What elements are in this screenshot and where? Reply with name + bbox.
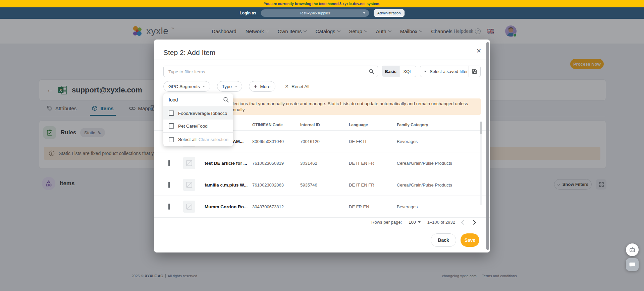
dropdown-search-field[interactable]: food: [163, 93, 233, 107]
robot-icon: [629, 246, 636, 253]
no-image-icon: [183, 201, 195, 213]
administration-button[interactable]: Administration: [374, 9, 405, 17]
saved-filter-select[interactable]: Select a saved filter: [420, 66, 481, 77]
item-filter-field: [163, 66, 378, 77]
option-checkbox[interactable]: [169, 111, 174, 116]
rows-per-page-select[interactable]: 100: [409, 220, 421, 225]
chevron-down-icon: [424, 71, 427, 72]
mode-basic-button[interactable]: Basic: [382, 66, 399, 77]
pagination: Rows per page: 100 1–100 of 2932: [371, 220, 475, 225]
clear-selection-button[interactable]: Clear selection: [199, 137, 228, 142]
table-row[interactable]: familia c.m.plus W... 7610023002863 5935…: [154, 174, 490, 196]
select-all-label[interactable]: Select all: [178, 137, 197, 142]
item-gtin: 7610023050819: [252, 161, 284, 166]
header-gtin[interactable]: GTIN/EAN Code: [252, 123, 283, 127]
modal-title: Step 2: Add Item: [163, 49, 215, 57]
plus-icon: +: [254, 83, 257, 89]
gpc-segments-chip[interactable]: GPC Segments: [163, 81, 210, 92]
back-button[interactable]: Back: [431, 233, 456, 247]
row-checkbox[interactable]: [168, 182, 170, 188]
mode-xql-button[interactable]: XQL: [399, 66, 416, 77]
row-checkbox[interactable]: [168, 204, 170, 210]
dropdown-option-food-beverage-tobacco[interactable]: Food/Beverage/Tobacco: [163, 107, 233, 120]
item-internal-id: 5935746: [300, 183, 317, 188]
reset-all-button[interactable]: ✕Reset All: [285, 84, 309, 89]
header-language[interactable]: Language: [349, 123, 368, 127]
item-language: DE FR EN: [349, 204, 369, 209]
item-family: Beverages: [397, 204, 418, 209]
table-scrollbar[interactable]: [480, 121, 482, 205]
item-language: DE IT EN FR: [349, 161, 374, 166]
item-name: Mumm Cordon Ro...: [205, 204, 251, 209]
supplier-select-value: Test-xyxle-supplier: [300, 11, 330, 15]
rows-per-page-label: Rows per page:: [371, 220, 402, 225]
dropdown-option-pet-care-food[interactable]: Pet Care/Food: [163, 120, 233, 132]
select-all-checkbox[interactable]: [169, 137, 174, 142]
chevron-down-icon: [418, 221, 421, 223]
close-icon: ✕: [285, 84, 289, 89]
item-gtin: 8006550301040: [252, 139, 284, 144]
item-language: DE FR IT: [349, 139, 367, 144]
modal-title-divider: [154, 60, 490, 60]
table-row[interactable]: Mumm Cordon Ro... 3043700673812 DE FR EN…: [154, 196, 490, 218]
dropdown-footer: Select all Clear selection: [163, 132, 233, 146]
previous-page-icon[interactable]: [461, 220, 466, 224]
filter-chip-row: GPC Segments Type +More ✕Reset All: [163, 81, 309, 92]
assistant-robot-button[interactable]: [626, 243, 639, 256]
save-filter-icon[interactable]: [469, 69, 480, 74]
admin-bar: Login as Test-xyxle-supplier Administrat…: [0, 7, 644, 19]
gpc-segments-dropdown: food Food/Beverage/Tobacco Pet Care/Food…: [163, 93, 233, 146]
item-family: Beverages: [397, 139, 418, 144]
item-family: Cereal/Grain/Pulse Products: [397, 183, 452, 188]
login-as-label: Login as: [239, 11, 256, 15]
add-item-modal: Step 2: Add Item ✕ Basic XQL Select a sa…: [154, 40, 490, 252]
more-filters-chip[interactable]: +More: [249, 81, 275, 92]
no-image-icon: [183, 179, 195, 191]
chevron-down-icon: [234, 84, 238, 88]
query-mode-toggle: Basic XQL: [382, 66, 416, 77]
no-image-icon: [183, 157, 195, 169]
dropdown-search-value: food: [169, 97, 178, 102]
system-banner-text: You are currently browsing the testchann…: [264, 2, 380, 6]
table-row[interactable]: test DE article for ... 7610023050819 30…: [154, 152, 490, 174]
type-chip[interactable]: Type: [217, 81, 242, 92]
item-internal-id: 70016120: [300, 139, 320, 144]
item-name: familia c.m.plus W...: [205, 183, 251, 188]
row-checkbox[interactable]: [168, 160, 170, 166]
option-checkbox[interactable]: [169, 123, 174, 129]
item-name: test DE article for ...: [205, 161, 251, 166]
item-filter-input[interactable]: [168, 66, 367, 77]
table-scrollbar-thumb[interactable]: [480, 122, 482, 134]
chat-bubble-icon: [629, 261, 636, 268]
header-internal-id[interactable]: Internal ID: [300, 123, 320, 127]
item-internal-id: 3031462: [300, 161, 317, 166]
modal-scrollbar[interactable]: [486, 42, 489, 250]
item-family: Cereal/Grain/Pulse Products: [397, 161, 452, 166]
chevron-down-icon: [363, 12, 366, 14]
search-icon: [369, 69, 374, 74]
pagination-range: 1–100 of 2932: [427, 220, 455, 225]
chat-button[interactable]: [626, 258, 639, 271]
chevron-down-icon: [202, 84, 206, 88]
save-button[interactable]: Save: [461, 233, 479, 247]
item-gtin: 7610023002863: [252, 183, 284, 188]
item-gtin: 3043700673812: [252, 204, 284, 209]
header-family-category[interactable]: Family Category: [397, 123, 428, 127]
item-language: DE IT EN FR: [349, 183, 374, 188]
search-icon: [223, 97, 229, 103]
close-icon[interactable]: ✕: [476, 48, 481, 54]
app-screen: You are currently browsing the testchann…: [0, 0, 644, 291]
supplier-select[interactable]: Test-xyxle-supplier: [261, 9, 369, 17]
system-banner: You are currently browsing the testchann…: [0, 0, 644, 7]
next-page-icon[interactable]: [471, 220, 476, 224]
